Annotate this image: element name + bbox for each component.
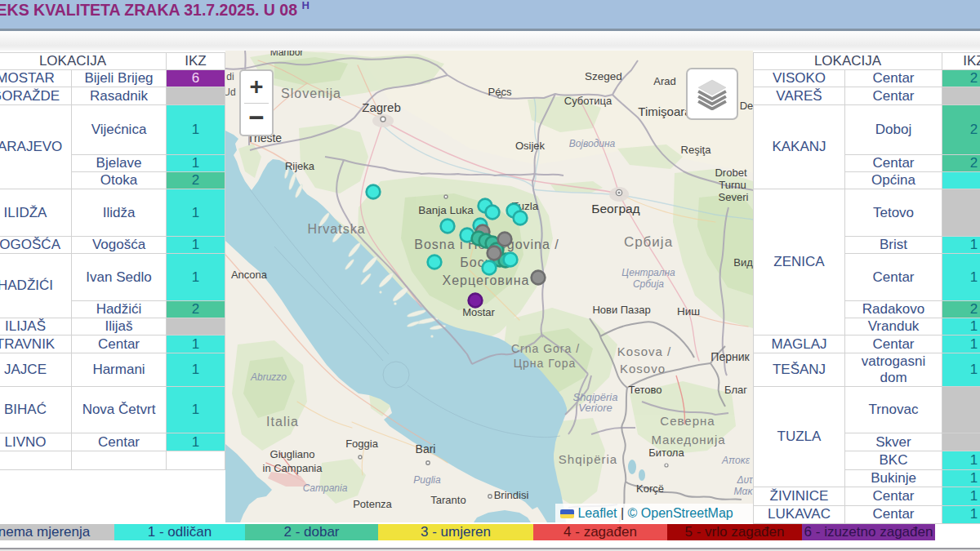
svg-text:Kosovo: Kosovo (620, 362, 666, 375)
svg-text:Giugliano: Giugliano (270, 448, 315, 460)
svg-text:Turnu: Turnu (719, 179, 746, 191)
svg-text:Србија: Србија (624, 234, 673, 250)
svg-text:Italia: Italia (266, 415, 299, 429)
svg-text:Тетово: Тетово (628, 384, 662, 396)
svg-text:Foggia: Foggia (345, 438, 379, 450)
svg-text:Hrvatska: Hrvatska (307, 222, 365, 236)
svg-text:Drobet: Drobet (715, 167, 746, 179)
svg-text:Veriore: Veriore (578, 402, 612, 414)
svg-text:Szeged: Szeged (585, 70, 622, 82)
svg-text:Македонија: Македонија (651, 433, 725, 447)
svg-text:Херцеговина: Херцеговина (443, 273, 530, 287)
svg-text:Северна: Северна (660, 414, 715, 428)
svg-text:Arad: Arad (653, 75, 675, 87)
svg-text:Битола: Битола (648, 447, 684, 459)
svg-text:Banja Luka: Banja Luka (418, 204, 474, 216)
svg-text:Београд: Београд (591, 202, 639, 216)
svg-text:Kosova /: Kosova / (617, 344, 671, 358)
svg-text:Puglia: Puglia (413, 474, 441, 486)
svg-text:in Campania: in Campania (263, 462, 323, 474)
svg-text:Црна Гора: Црна Гора (514, 357, 577, 370)
svg-text:Korçë: Korçë (636, 482, 664, 495)
svg-text:Shqipëria: Shqipëria (559, 452, 617, 466)
svg-text:Campania: Campania (303, 482, 348, 494)
svg-text:Pécs: Pécs (488, 86, 512, 98)
svg-text:Ниш: Ниш (677, 305, 700, 318)
svg-text:Србија: Србија (633, 278, 664, 290)
svg-text:Μακ: Μακ (734, 486, 753, 497)
svg-text:Војводина: Војводина (569, 138, 616, 149)
svg-text:Potenza: Potenza (353, 498, 392, 510)
svg-text:Slovenija: Slovenija (281, 87, 341, 100)
svg-text:Severi: Severi (719, 191, 749, 203)
svg-text:Централна: Централна (621, 267, 675, 278)
svg-text:Crna Gora /: Crna Gora / (511, 342, 580, 355)
svg-text:Zagreb: Zagreb (362, 100, 401, 114)
svg-text:Ancona: Ancona (231, 269, 268, 281)
svg-text:Abruzzo: Abruzzo (250, 371, 287, 383)
svg-text:Mostar: Mostar (462, 306, 495, 318)
svg-text:Ud: Ud (225, 87, 236, 98)
svg-text:De: De (740, 100, 753, 112)
svg-text:Нови Пазар: Нови Пазар (592, 304, 650, 316)
svg-text:Αποκε: Αποκε (721, 455, 751, 466)
svg-text:Вид: Вид (733, 256, 753, 269)
svg-text:Благ: Благ (724, 384, 747, 396)
svg-text:di: di (226, 71, 234, 82)
svg-text:Timişoara: Timişoara (638, 104, 692, 118)
svg-text:Osijek: Osijek (515, 140, 546, 152)
svg-text:Taranto: Taranto (430, 494, 466, 506)
svg-text:Δυτ: Δυτ (736, 474, 753, 486)
svg-text:Reşiţa: Reşiţa (681, 144, 712, 156)
svg-text:Maribor: Maribor (270, 51, 304, 58)
svg-text:Перник: Перник (710, 350, 750, 363)
svg-text:Bari: Bari (416, 442, 436, 455)
svg-text:Brindisi: Brindisi (494, 489, 529, 501)
svg-text:Суботица: Суботица (564, 95, 612, 107)
svg-text:Rijeka: Rijeka (285, 160, 315, 172)
